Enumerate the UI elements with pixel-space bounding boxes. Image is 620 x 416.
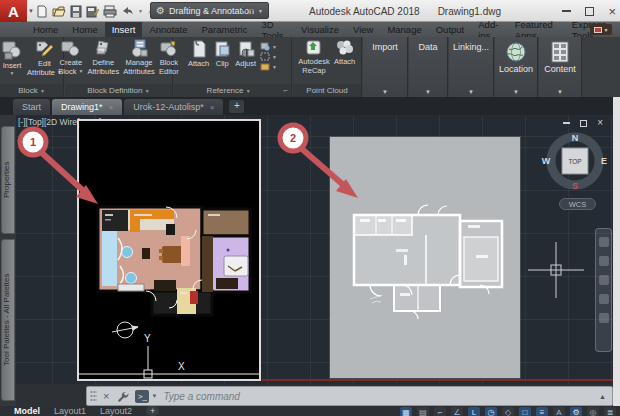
data-panel-button[interactable]: Data ▼ (409, 37, 448, 97)
viewcube-top-face[interactable]: TOP (568, 158, 581, 165)
tab-home-1[interactable]: Home (26, 22, 65, 37)
tab-view[interactable]: View (346, 22, 380, 37)
recent-commands-caret-icon[interactable]: ▼ (151, 393, 157, 399)
tab-home-2[interactable]: Home (65, 22, 104, 37)
ribbon-cycle-button[interactable]: ▼ (590, 24, 612, 35)
command-prompt-icon[interactable]: >_ (135, 390, 149, 403)
tool-palettes-tab[interactable]: Tool Palettes - All Palettes (1, 239, 15, 401)
attach-button[interactable]: Attach (188, 39, 209, 69)
viewcube-north[interactable]: N (572, 133, 579, 143)
adjust-button[interactable]: Adjust (235, 39, 256, 69)
viewcube-west[interactable]: W (542, 156, 551, 166)
isodraft-icon[interactable]: ◇ (502, 407, 514, 416)
layout2-tab[interactable]: Layout2 (100, 406, 132, 416)
ortho-icon[interactable]: L (468, 407, 480, 416)
wrench-icon[interactable] (116, 390, 129, 403)
point-cloud-attach-button[interactable]: Attach (334, 39, 356, 67)
command-close-icon[interactable]: × (103, 390, 109, 402)
tab-parametric[interactable]: Parametric (195, 22, 255, 37)
workspace-menu-icon[interactable]: ▼≡ (240, 5, 255, 14)
create-block-button[interactable]: Create Block▼ (58, 39, 83, 76)
app-title: Autodesk AutoCAD 2018 (309, 6, 420, 17)
lineweight-icon[interactable]: ≡ (536, 407, 548, 416)
orbit-icon[interactable] (599, 294, 609, 304)
tab-featured-apps[interactable]: Featured Apps (508, 22, 565, 37)
save-icon[interactable] (70, 5, 82, 18)
viewcube-east[interactable]: E (601, 156, 607, 166)
new-layout-button[interactable]: + (146, 406, 159, 416)
grid-icon[interactable]: ▤ (417, 407, 429, 416)
clip-button[interactable]: Clip (213, 39, 231, 69)
define-attributes-button[interactable]: Define Attributes (87, 39, 119, 76)
plot-icon[interactable] (103, 5, 117, 18)
panel-title-point-cloud[interactable]: Point Cloud (293, 84, 361, 97)
panel-title-reference[interactable]: Reference ▼ ⌐ (174, 84, 291, 97)
app-menu-caret-icon[interactable]: ▼ (28, 8, 34, 14)
close-tab-icon[interactable]: × (210, 103, 215, 112)
close-button[interactable]: × (608, 5, 616, 18)
undo-caret-icon[interactable]: ▼ (138, 8, 143, 14)
model-tab[interactable]: Model (14, 406, 40, 416)
viewcube-south[interactable]: S (572, 181, 578, 191)
command-expand-icon[interactable]: ▲ (599, 393, 606, 400)
snap-icon[interactable]: ⌐ (434, 407, 446, 416)
frame-button[interactable]: ▼ (260, 52, 277, 61)
wcs-dropdown[interactable]: WCS (559, 198, 596, 210)
tab-3d-tools[interactable]: 3D Tools (254, 22, 294, 37)
doc-restore-button[interactable] (580, 120, 587, 127)
showmotion-icon[interactable] (599, 313, 609, 323)
tab-add-ins[interactable]: Add-ins (471, 22, 507, 37)
tab-manage[interactable]: Manage (380, 22, 428, 37)
tab-output[interactable]: Output (429, 22, 472, 37)
command-grip-icon[interactable] (90, 390, 97, 402)
isolate-icon[interactable]: ◎ (587, 407, 599, 416)
command-line-bar[interactable]: × >_ ▼ ▲ (86, 386, 613, 406)
insert-block-button[interactable]: Insert ▼ (1, 39, 23, 76)
properties-palette-tab[interactable]: Properties (1, 126, 15, 234)
customize-status-icon[interactable]: ≣ (604, 407, 616, 416)
save-as-icon[interactable] (86, 5, 99, 18)
model-space-canvas[interactable]: [-][Top][2D Wireframe] (16, 115, 613, 384)
maximize-button[interactable] (585, 7, 594, 16)
underlay-layers-button[interactable]: ▼ (260, 42, 277, 51)
layout1-tab[interactable]: Layout1 (54, 406, 86, 416)
snap-underlay-button[interactable]: ▼ (260, 62, 277, 71)
command-input[interactable] (163, 391, 599, 402)
minimize-button[interactable] (562, 10, 571, 12)
content-panel-button[interactable]: Content ▼ (539, 37, 582, 97)
autodesk-recap-button[interactable]: Autodesk ReCap (298, 39, 329, 75)
app-logo-icon[interactable]: A (0, 0, 27, 22)
model-space-icon[interactable]: ▦ (400, 407, 412, 416)
status-bar: Model Layout1 Layout2 + ▦ ▤ ⌐ ∠ L ◷ ◇ □ … (0, 406, 620, 416)
full-nav-wheel-icon[interactable] (599, 237, 609, 247)
pan-icon[interactable] (599, 256, 609, 266)
osnap-icon[interactable]: □ (519, 407, 531, 416)
doc-close-button[interactable]: × (597, 118, 603, 128)
tab-annotate[interactable]: Annotate (142, 22, 194, 37)
zoom-icon[interactable] (599, 275, 609, 285)
location-panel-button[interactable]: Location ▼ (495, 37, 538, 97)
close-tab-icon[interactable]: × (109, 103, 114, 112)
linking-panel-button[interactable]: Linking... ▼ (449, 37, 494, 97)
viewcube[interactable]: N W E S TOP (540, 129, 610, 195)
panel-title-block-definition[interactable]: Block Definition ▼ (65, 84, 172, 97)
panel-title-block[interactable]: Block ▼ (0, 84, 63, 97)
annotation-scale-icon[interactable]: A (553, 407, 565, 416)
file-tab-urok[interactable]: Urok-12-Autolisp* × (124, 99, 223, 115)
new-drawing-tab-button[interactable]: + (229, 100, 244, 113)
file-tab-drawing1[interactable]: Drawing1* × (52, 99, 122, 115)
navigation-bar[interactable] (595, 228, 612, 352)
undo-icon[interactable] (121, 5, 134, 17)
file-tab-start[interactable]: Start (13, 99, 50, 115)
workspace-switch-icon[interactable]: ⚙ (570, 407, 582, 416)
tab-insert[interactable]: Insert (105, 22, 143, 37)
open-file-icon[interactable] (52, 5, 66, 18)
edit-attribute-button[interactable]: Edit Attribute▼ (27, 39, 62, 77)
import-panel-button[interactable]: Import ▼ (363, 37, 408, 97)
tab-visualize[interactable]: Visualize (294, 22, 346, 37)
polar-icon[interactable]: ◷ (485, 407, 497, 416)
infer-icon[interactable]: ∠ (451, 407, 463, 416)
manage-attributes-button[interactable]: Manage Attributes (123, 39, 155, 76)
new-file-icon[interactable] (36, 5, 48, 18)
doc-minimize-button[interactable] (563, 122, 570, 124)
